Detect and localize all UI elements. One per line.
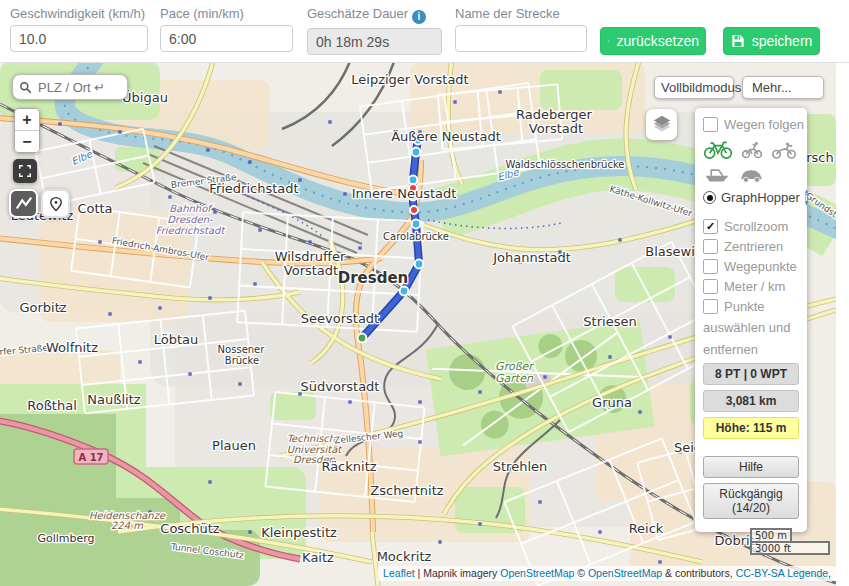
save-button[interactable]: speichern — [723, 27, 820, 55]
map-label: Kleinpestitz — [261, 525, 337, 540]
reset-button[interactable]: zurücksetzen — [600, 27, 706, 55]
duration-label: Geschätze Dauer — [307, 6, 408, 21]
map-label: Vorstadt — [284, 263, 338, 278]
route-point-via[interactable] — [415, 260, 424, 269]
scale-imperial: 3000 ft — [750, 541, 830, 555]
checkbox — [703, 299, 718, 314]
map-label: Friedrichstadt — [156, 225, 227, 236]
help-button[interactable]: Hilfe — [703, 456, 799, 478]
map-label: Radeberger — [516, 107, 593, 122]
map-label: Waldschlösschenbrücke — [505, 159, 624, 170]
map-label: Zschertnitz — [370, 483, 443, 498]
map-label: Strehlen — [493, 459, 548, 474]
map-label: Leipziger Vorstadt — [351, 72, 468, 87]
map-label: Dresden- — [167, 214, 213, 225]
map-label: Johannstadt — [492, 250, 571, 265]
map-label: Garten — [495, 372, 534, 385]
info-icon[interactable]: i — [412, 10, 426, 24]
follow-roads-checkbox[interactable]: Wegen folgen — [703, 117, 799, 132]
map-canvas[interactable]: A 17 ÜbigauLeipziger VorstadtRadebergerV… — [0, 62, 836, 586]
checkbox — [703, 279, 718, 294]
meter-km-checkbox[interactable]: Meter / km — [703, 279, 799, 294]
select-remove-points-checkbox[interactable]: Punkte — [703, 299, 799, 314]
map-label: Löbtau — [154, 332, 199, 347]
map-label: Wolfnitz — [46, 340, 98, 355]
route-point-start[interactable] — [358, 334, 367, 343]
map-label: Naußlitz — [87, 392, 140, 407]
vehicle-row-2 — [703, 166, 799, 184]
vehicle-car[interactable] — [738, 166, 765, 184]
search-input[interactable] — [36, 79, 116, 96]
svg-text:A 17: A 17 — [78, 452, 103, 463]
route-point-marker[interactable] — [410, 206, 418, 214]
motorbike-icon — [771, 140, 797, 159]
route-point-via[interactable] — [412, 220, 421, 229]
duration-field: Geschätze Dauer i — [307, 6, 442, 55]
speed-input[interactable] — [10, 25, 148, 52]
zoom-in-button[interactable]: + — [15, 109, 39, 130]
search-box[interactable] — [12, 74, 128, 100]
map-label: Wilsdruffer — [275, 249, 346, 264]
map-label: Seevorstadt — [301, 311, 379, 326]
vehicle-boat[interactable] — [703, 166, 731, 184]
speed-label: Geschwindigkeit (km/h) — [10, 6, 148, 21]
map-label: Cotta — [77, 201, 112, 216]
vehicle-mountain-bike[interactable] — [740, 140, 764, 159]
attribution-text: , — [828, 567, 831, 579]
pace-input[interactable] — [160, 25, 293, 52]
route-name-input[interactable] — [455, 25, 587, 52]
map-label: Gorbitz — [19, 300, 66, 315]
map-label: Carolabrücke — [383, 231, 449, 242]
map-label: Mockritz — [377, 549, 432, 564]
attribution-link[interactable]: CC-BY-SA — [736, 567, 785, 579]
duration-value — [307, 28, 442, 55]
fullscreen-mode-button[interactable]: Vollbildmodus — [654, 76, 734, 99]
map-label: Vorstadt — [529, 121, 583, 136]
elevation-profile-button[interactable] — [9, 189, 38, 218]
scrollzoom-checkbox[interactable]: ✓ Scrollzoom — [703, 219, 799, 234]
radio-icon — [703, 191, 716, 204]
router-graphhopper-radio[interactable]: GraphHopper i — [703, 190, 799, 205]
map-label: Gollmberg — [37, 532, 94, 545]
attribution-text: | Mapnik imagery — [415, 567, 501, 579]
map-label: Südvorstadt — [301, 379, 380, 394]
speed-field: Geschwindigkeit (km/h) — [10, 6, 148, 52]
zoom-control: + − — [14, 108, 40, 153]
vehicle-motorbike[interactable] — [771, 140, 797, 159]
map-label: Plauen — [212, 438, 256, 453]
map-label: rsch — [806, 150, 834, 165]
more-button[interactable]: Mehr... — [742, 76, 824, 99]
map-label: Reick — [629, 521, 664, 536]
route-point-via[interactable] — [412, 148, 421, 157]
center-checkbox[interactable]: Zentrieren — [703, 239, 799, 254]
route-planner-app: Geschwindigkeit (km/h) Pace (min/km) Ges… — [0, 0, 849, 586]
zoom-out-button[interactable]: − — [15, 130, 39, 152]
route-name-label: Name der Strecke — [455, 6, 587, 21]
attribution-link[interactable]: OpenStreetMap — [588, 567, 662, 579]
vehicle-racing-bike[interactable] — [703, 138, 733, 160]
mountain-bike-icon — [740, 140, 764, 159]
boat-icon — [703, 166, 731, 184]
waypoints-checkbox[interactable]: Wegepunkte — [703, 259, 799, 274]
attribution-link[interactable]: OpenStreetMap — [500, 567, 574, 579]
save-icon — [731, 34, 745, 48]
select-remove-points-label: auswählen und — [703, 319, 799, 336]
route-point-via[interactable] — [400, 287, 409, 296]
pace-label: Pace (min/km) — [160, 6, 293, 21]
expand-view-button[interactable] — [13, 159, 37, 183]
attribution-link[interactable]: Legende — [787, 567, 828, 579]
map-label: Äußere Neustadt — [391, 129, 501, 144]
map-label: Coschütz — [160, 521, 220, 536]
attribution-link[interactable]: Leaflet — [383, 567, 415, 579]
undo-button[interactable]: Rückgängig (14/20) — [703, 483, 799, 519]
car-icon — [738, 166, 765, 184]
map-label: Bahnhof — [169, 203, 213, 214]
layers-button[interactable] — [646, 109, 677, 140]
map-label: Räcknitz — [321, 459, 376, 474]
expand-arrows-icon — [18, 164, 32, 178]
select-remove-points-label: entfernen — [703, 341, 799, 358]
poi-marker-button[interactable] — [41, 189, 70, 218]
map-label: Innere Neustadt — [352, 186, 457, 201]
info-icon[interactable]: i — [805, 190, 808, 205]
map-label: Dresden — [338, 269, 409, 287]
